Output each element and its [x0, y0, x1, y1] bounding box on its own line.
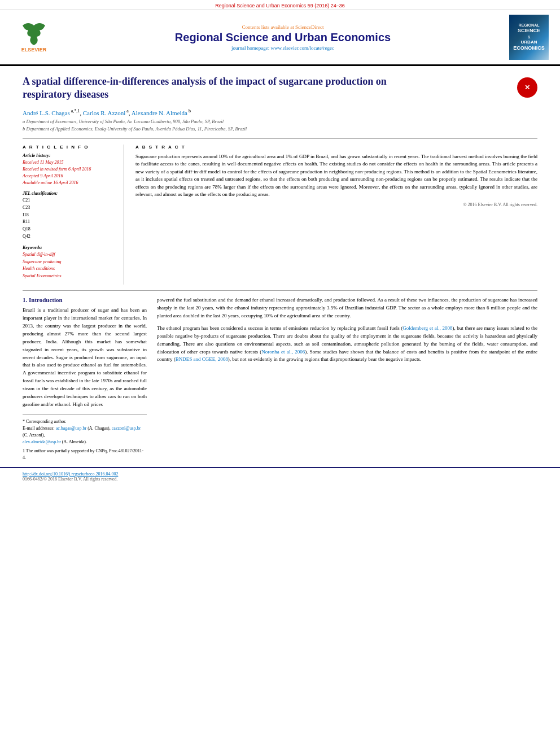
email-chagas[interactable]: ac.hagas@usp.br — [56, 426, 86, 431]
affiliations: a Department of Economics, University of… — [23, 118, 537, 133]
jel-r11: R11 — [23, 219, 116, 226]
article-info-abstract-layout: A R T I C L E I N F O Article history: R… — [23, 145, 537, 285]
email-azzoni[interactable]: cazzoni@usp.br — [112, 426, 141, 431]
main-content: 1. Introduction Brazil is a traditional … — [0, 291, 560, 467]
cover-title-line5: ECONOMICS — [513, 45, 545, 52]
abstract-column: A B S T R A C T Sugarcane production rep… — [135, 145, 537, 285]
jel-c21: C21 — [23, 197, 116, 204]
jel-classification: JEL classification: C21 C23 I18 R11 Q18 … — [23, 191, 116, 241]
issn-notice: 0166-0462/© 2016 Elsevier B.V. All right… — [23, 477, 117, 482]
intro-left-text: Brazil is a traditional producer of suga… — [23, 307, 147, 409]
crossmark-badge[interactable]: ✕ — [517, 77, 537, 98]
article-section: A spatial difference-in-differences anal… — [0, 66, 560, 290]
ref-goldemberg[interactable]: Goldemberg et al., 2008 — [403, 325, 452, 331]
jel-title: JEL classification: — [23, 191, 116, 196]
history-accepted: Accepted 9 April 2016 — [23, 173, 116, 180]
ref-bndes[interactable]: BNDES and CGEE, 2008 — [176, 356, 228, 362]
journal-reference: Regional Science and Urban Economics 59 … — [215, 3, 345, 8]
abstract-label: A B S T R A C T — [135, 145, 537, 150]
journal-header: ELSEVIER Contents lists available at Sci… — [0, 10, 560, 66]
keyword-2: Sugarcane producing — [23, 259, 116, 266]
article-title: A spatial difference-in-differences anal… — [23, 75, 406, 102]
keyword-1: Spatial diff-in-diff — [23, 251, 116, 259]
jel-c23: C23 — [23, 204, 116, 212]
section-number: 1. Introduction — [23, 296, 63, 303]
bottom-bar: http://dx.doi.org/10.1016/j.regsciurbeco… — [0, 467, 560, 485]
footnote-1: 1 The author was partially supported by … — [23, 448, 147, 461]
author-2: Carlos R. Azzoni — [83, 109, 125, 116]
jel-i18: I18 — [23, 212, 116, 219]
article-info-label: A R T I C L E I N F O — [23, 145, 116, 150]
history-received: Received 11 May 2015 — [23, 159, 116, 166]
history-revised: Received in revised form 6 April 2016 — [23, 166, 116, 173]
author-3: Alexandre N. Almeida — [132, 109, 187, 116]
doi-link[interactable]: http://dx.doi.org/10.1016/j.regsciurbeco… — [23, 471, 118, 477]
affiliation-b: b Department of Applied Economics, Esalq… — [23, 125, 537, 133]
article-history: Article history: Received 11 May 2015 Re… — [23, 153, 116, 186]
cover-title-line1: regional — [519, 23, 540, 28]
introduction-right: powered the fuel substitution and the de… — [157, 296, 537, 461]
jel-q18: Q18 — [23, 226, 116, 233]
svg-text:ELSEVIER: ELSEVIER — [21, 47, 47, 53]
author-1: André L.S. Chagas — [23, 109, 70, 116]
keywords-group: Keywords: Spatial diff-in-diff Sugarcane… — [23, 245, 116, 280]
cover-title-line3: & — [528, 34, 531, 40]
cover-title-line4: urban — [521, 40, 537, 45]
homepage-url[interactable]: www.elsevier.com/locate/regec — [271, 45, 334, 51]
jel-q42: Q42 — [23, 233, 116, 241]
top-bar: Regional Science and Urban Economics 59 … — [0, 0, 560, 10]
sciencedirect-link-text[interactable]: ScienceDirect — [295, 24, 323, 30]
journal-name: Regional Science and Urban Economics — [56, 31, 509, 44]
email-almeida[interactable]: alex.almeida@usp.br — [23, 439, 61, 444]
section-divider — [23, 138, 537, 139]
sciencedirect-line: Contents lists available at ScienceDirec… — [56, 24, 509, 30]
keywords-title: Keywords: — [23, 245, 116, 250]
copyright-notice: © 2016 Elsevier B.V. All rights reserved… — [135, 202, 537, 207]
journal-cover-image: regional SCIENCE & urban ECONOMICS — [509, 15, 549, 60]
intro-right-para1: powered the fuel substitution and the de… — [157, 296, 537, 320]
affiliation-a: a Department of Economics, University of… — [23, 118, 537, 125]
authors-line: André L.S. Chagas a,*,1, Carlos R. Azzon… — [23, 108, 537, 116]
footnote-corresponding: * Corresponding author. — [23, 418, 147, 425]
intro-right-para2: The ethanol program has been considered … — [157, 325, 537, 364]
history-title: Article history: — [23, 153, 116, 158]
footnote-section: * Corresponding author. E-mail addresses… — [23, 414, 147, 461]
footnote-emails: E-mail addresses: ac.hagas@usp.br (A. Ch… — [23, 425, 147, 439]
introduction-title: 1. Introduction — [23, 296, 147, 303]
footnote-email-almeida: alex.almeida@usp.br (A. Almeida). — [23, 439, 147, 445]
journal-homepage: journal homepage: www.elsevier.com/locat… — [56, 45, 509, 51]
journal-title-block: Contents lists available at ScienceDirec… — [56, 24, 509, 51]
keyword-4: Spatial Econometrics — [23, 273, 116, 280]
introduction-left: 1. Introduction Brazil is a traditional … — [23, 296, 147, 461]
article-info-column: A R T I C L E I N F O Article history: R… — [23, 145, 124, 285]
keyword-3: Health conditions — [23, 265, 116, 273]
elsevier-logo: ELSEVIER — [11, 20, 56, 55]
ref-noronha[interactable]: Noronha et al., 2006 — [261, 349, 305, 355]
history-online: Available online 16 April 2016 — [23, 180, 116, 186]
cover-title-line2: SCIENCE — [518, 28, 540, 34]
abstract-text: Sugarcane production represents around 1… — [135, 153, 537, 199]
